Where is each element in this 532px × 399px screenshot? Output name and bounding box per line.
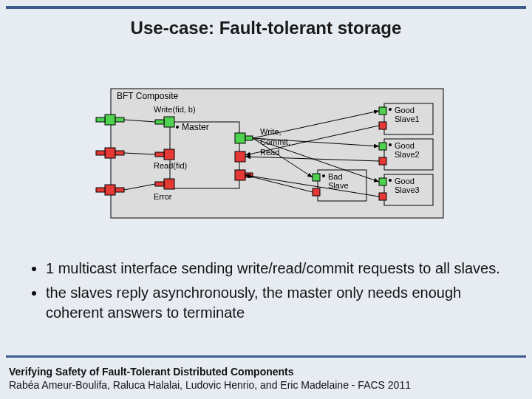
label-read: Read(fid) <box>154 161 187 170</box>
composite-label: BFT Composite <box>117 91 178 101</box>
gs2-port-in <box>379 143 386 150</box>
svg-point-23 <box>322 174 325 177</box>
gs1-port-in <box>379 107 386 115</box>
footer-line2: Rabéa Ameur-Boulifa, Raluca Halalai, Lud… <box>9 378 523 392</box>
gs3-port-in <box>379 178 386 185</box>
svg-rect-18 <box>235 133 245 143</box>
svg-rect-1 <box>96 117 105 122</box>
svg-rect-3 <box>105 148 115 158</box>
label-error: Error <box>154 192 172 201</box>
svg-rect-14 <box>155 182 164 186</box>
svg-rect-10 <box>155 120 164 124</box>
bullet-list: 1 multicast interface sending write/read… <box>30 259 502 327</box>
svg-rect-19 <box>245 136 253 140</box>
bad-slave-port-in <box>313 174 320 181</box>
svg-rect-9 <box>164 117 174 127</box>
svg-rect-2 <box>115 117 124 122</box>
master-dot <box>176 126 179 129</box>
svg-rect-20 <box>235 151 245 162</box>
master-port-out2 <box>235 151 245 162</box>
svg-rect-11 <box>164 149 174 160</box>
svg-rect-12 <box>155 152 164 157</box>
gs3-port-out <box>379 193 386 200</box>
label-write: Write(fid, b) <box>154 105 196 114</box>
gs2-port-out <box>379 157 386 165</box>
svg-rect-0 <box>105 115 115 125</box>
svg-rect-5 <box>115 151 124 155</box>
top-rule <box>6 6 526 9</box>
footer-line1: Verifying Safety of Fault-Tolerant Distr… <box>9 365 523 378</box>
bullet-2: the slaves reply asynchronously, the mas… <box>46 283 502 323</box>
footer: Verifying Safety of Fault-Tolerant Distr… <box>9 365 523 392</box>
svg-point-29 <box>389 179 392 182</box>
master-label: Master <box>182 122 209 132</box>
svg-rect-7 <box>96 188 105 192</box>
svg-rect-6 <box>105 185 115 195</box>
bottom-rule <box>6 355 526 358</box>
bullet-1: 1 multicast interface sending write/read… <box>46 259 502 279</box>
svg-point-25 <box>389 108 392 111</box>
svg-point-27 <box>389 143 392 146</box>
gs1-port-out <box>379 122 386 129</box>
svg-rect-8 <box>115 188 124 192</box>
slide-title: Use-case: Fault-tolerant storage <box>0 18 532 38</box>
svg-rect-4 <box>96 151 105 155</box>
bft-diagram: BFT Composite Master Write(fid, b) Read(… <box>74 81 458 229</box>
bad-slave-port-out <box>313 188 320 196</box>
svg-rect-21 <box>235 170 245 180</box>
svg-rect-13 <box>164 179 174 189</box>
